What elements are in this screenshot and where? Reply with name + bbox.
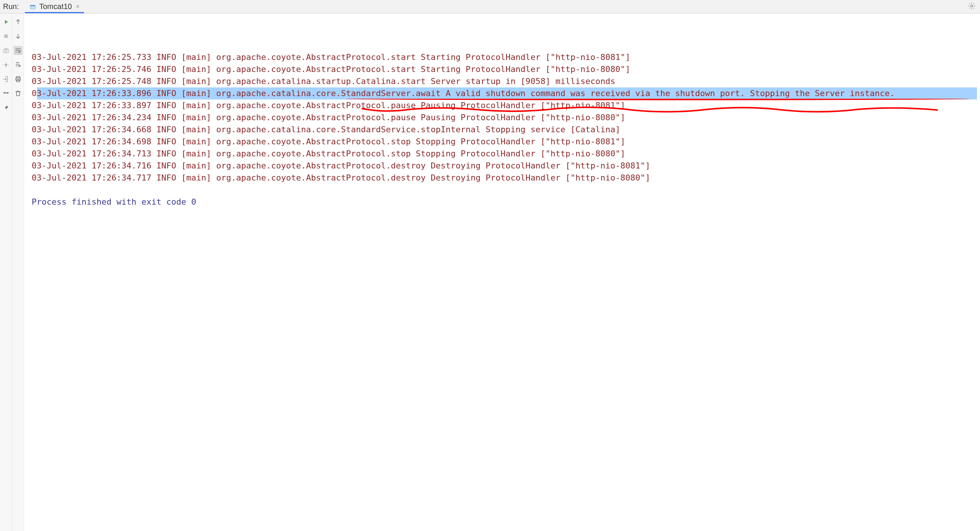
- tomcat-icon: [29, 3, 36, 10]
- main-area: 03-Jul-2021 17:26:25.733 INFO [main] org…: [0, 14, 980, 531]
- log-line: 03-Jul-2021 17:26:34.234 INFO [main] org…: [37, 112, 977, 124]
- layout-icon[interactable]: [2, 89, 11, 98]
- svg-point-6: [5, 64, 7, 66]
- down-arrow-icon[interactable]: [14, 32, 22, 41]
- log-line: 03-Jul-2021 17:26:34.713 INFO [main] org…: [37, 148, 977, 160]
- camera-icon[interactable]: [2, 46, 11, 55]
- log-line: 03-Jul-2021 17:26:34.668 INFO [main] org…: [37, 124, 977, 136]
- run-label: Run:: [3, 2, 19, 11]
- tab-tomcat10[interactable]: Tomcat10 ×: [25, 0, 84, 13]
- gear-icon[interactable]: [968, 2, 975, 11]
- pin-icon[interactable]: [2, 103, 11, 112]
- toolbar-primary: [0, 14, 12, 531]
- log-line: 03-Jul-2021 17:26:34.716 INFO [main] org…: [37, 160, 977, 172]
- header-bar: Run: Tomcat10 ×: [0, 0, 980, 14]
- log-line: 03-Jul-2021 17:26:25.733 INFO [main] org…: [37, 51, 977, 63]
- stop-button[interactable]: [2, 32, 11, 41]
- svg-point-2: [971, 5, 973, 7]
- svg-rect-7: [3, 92, 6, 94]
- tab-label: Tomcat10: [39, 2, 72, 11]
- exit-code-line: Process finished with exit code 0: [32, 196, 977, 208]
- exit-icon[interactable]: [2, 75, 11, 84]
- rerun-button[interactable]: [2, 18, 11, 26]
- log-line: 03-Jul-2021 17:26:33.897 INFO [main] org…: [37, 99, 977, 112]
- svg-rect-1: [30, 5, 36, 6]
- svg-rect-8: [6, 92, 8, 94]
- scroll-to-end-icon[interactable]: [14, 60, 22, 69]
- svg-rect-3: [4, 35, 8, 38]
- log-line: 03-Jul-2021 17:26:34.698 INFO [main] org…: [37, 136, 977, 148]
- trash-icon[interactable]: [14, 89, 22, 98]
- toolbar-secondary: [12, 14, 24, 531]
- up-arrow-icon[interactable]: [14, 18, 22, 26]
- print-icon[interactable]: [14, 75, 22, 84]
- debug-restart-icon[interactable]: [2, 60, 11, 69]
- log-line: 03-Jul-2021 17:26:33.896 INFO [main] org…: [37, 88, 977, 99]
- svg-point-5: [5, 50, 7, 52]
- log-line: 03-Jul-2021 17:26:25.746 INFO [main] org…: [37, 63, 977, 75]
- tab-close-button[interactable]: ×: [76, 3, 80, 11]
- console-output[interactable]: 03-Jul-2021 17:26:25.733 INFO [main] org…: [24, 14, 980, 531]
- log-line: 03-Jul-2021 17:26:25.748 INFO [main] org…: [37, 75, 977, 88]
- soft-wrap-icon[interactable]: [14, 46, 22, 55]
- log-line: 03-Jul-2021 17:26:34.717 INFO [main] org…: [37, 172, 977, 184]
